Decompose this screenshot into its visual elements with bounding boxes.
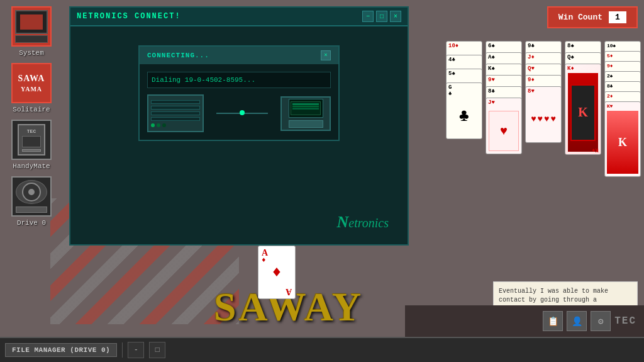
comp-keyboard: [289, 120, 323, 128]
netronics-logo-n: N: [337, 213, 349, 231]
netronics-dialog: CONNECTING... × Dialing 19-0-4502-8595..…: [138, 45, 340, 141]
netronics-titlebar: NETRONICS CONNECT! − □ ×: [70, 8, 408, 26]
netronics-close-btn[interactable]: ×: [390, 11, 401, 22]
gear-icon: ⚙: [598, 316, 603, 327]
netronics-maximize-btn[interactable]: □: [376, 11, 387, 22]
card-K-diamonds[interactable]: K♦ K K♦: [565, 64, 601, 155]
netronics-dialog-titlebar: CONNECTING... ×: [140, 47, 338, 64]
netronics-dialog-close-btn[interactable]: ×: [321, 50, 331, 60]
solitaire-label: Solitaire: [13, 106, 50, 113]
drive0-icon: [11, 176, 52, 217]
netronics-logo-text: etronics: [348, 216, 389, 230]
netronics-minimize-btn[interactable]: −: [362, 11, 374, 22]
taskbar-file-manager[interactable]: FILE MANAGER (DRIVE 0): [5, 343, 117, 357]
netronics-logo: Netronics: [337, 213, 389, 232]
card-column-3: 9♣ J♦ Q♥ 9♦ 8♥ ♥♥♥♥: [525, 41, 562, 179]
modem-lights: [151, 123, 200, 127]
taskbar: FILE MANAGER (DRIVE 0) - □: [0, 337, 644, 362]
connection-line: [216, 113, 268, 114]
notes-icon-btn[interactable]: 📋: [543, 311, 563, 331]
taskbar-maximize-btn[interactable]: □: [149, 342, 165, 358]
card-column-5: 10♠ 5♦ 9♦ 2♠ 8♣ 2♦ K♥ K K♥: [604, 41, 641, 198]
modem-slot-1: [151, 100, 200, 104]
modem-light-3: [162, 123, 166, 127]
netronics-modem-area: [147, 94, 331, 132]
settings-icon-btn[interactable]: ⚙: [591, 311, 611, 331]
bottom-panel: 📋 👤 ⚙ TEC: [405, 305, 644, 337]
handymate-icon: TEC: [11, 120, 52, 160]
modem-light-2: [157, 123, 160, 127]
comp-screen: [289, 99, 323, 118]
drive0-label: Drive 0: [17, 219, 46, 227]
ace-rank-bottom: A: [286, 286, 292, 297]
netronics-modem: [147, 94, 204, 132]
card-column-4: 8♠ Q♠ K♦ K K♦: [565, 41, 601, 179]
netronics-controls: − □ ×: [362, 11, 401, 22]
win-count-label: Win Count: [558, 13, 602, 22]
taskbar-minimize-btn[interactable]: -: [128, 342, 144, 358]
card-8-hearts[interactable]: 8♥ ♥♥♥♥: [525, 86, 562, 143]
win-count-banner: Win Count 1: [547, 6, 638, 28]
desktop: System SAWA YAMA Solitaire TEC HandyMate: [0, 0, 644, 362]
modem-light-1: [151, 123, 155, 127]
modem-slot-4: [151, 117, 200, 121]
win-count-value: 1: [609, 11, 626, 23]
netronics-dialog-title: CONNECTING...: [147, 52, 209, 59]
modem-slot-2: [151, 106, 200, 110]
handymate-label: HandyMate: [13, 162, 50, 170]
card-F-hearts[interactable]: J♥ ♥: [486, 98, 522, 154]
taskbar-divider: [122, 342, 123, 358]
ace-of-diamonds-card[interactable]: A ♦ ♦ A: [258, 246, 296, 299]
netronics-computer: [280, 96, 331, 131]
notes-icon: 📋: [548, 316, 558, 327]
cards-container: 10♦ 4♣ 5♠ G ♣ ♣ 6♠ A♠ K♠: [446, 41, 641, 198]
solitaire-icon: SAWA YAMA: [11, 63, 52, 103]
card-column-2: 6♠ A♠ K♠ 9♥ 8♣ J♥ ♥: [486, 41, 522, 179]
ace-suit-top: ♦: [262, 256, 266, 264]
person-icon: 👤: [572, 316, 582, 327]
comp-screen-inner: [291, 101, 321, 115]
tec-label: TEC: [614, 315, 636, 327]
card-K-hearts[interactable]: K♥ K K♥: [604, 101, 641, 177]
modem-slot-3: [151, 111, 200, 115]
card-column-1: 10♦ 4♣ 5♠ G ♣ ♣: [446, 41, 482, 179]
netronics-dialog-body: Dialing 19-0-4502-8595...: [140, 64, 338, 140]
solitaire-icon-container[interactable]: SAWA YAMA Solitaire: [6, 63, 57, 113]
system-icon-container[interactable]: System: [6, 6, 57, 57]
card-G-clubs[interactable]: G ♣ ♣: [446, 82, 482, 139]
drive0-icon-container[interactable]: Drive 0: [6, 176, 57, 227]
desktop-icons: System SAWA YAMA Solitaire TEC HandyMate: [6, 6, 57, 227]
ace-center-suit: ♦: [272, 246, 281, 298]
modem-slots: [151, 100, 200, 121]
person-icon-btn[interactable]: 👤: [567, 311, 587, 331]
netronics-dialing-text: Dialing 19-0-4502-8595...: [147, 72, 331, 88]
netronics-window: NETRONICS CONNECT! − □ × CONNECTING... ×…: [69, 6, 409, 246]
system-icon: [11, 6, 52, 47]
netronics-body: CONNECTING... × Dialing 19-0-4502-8595..…: [70, 26, 408, 160]
netronics-title: NETRONICS CONNECT!: [77, 12, 181, 21]
system-label: System: [19, 49, 44, 57]
handymate-icon-container[interactable]: TEC HandyMate: [6, 120, 57, 170]
